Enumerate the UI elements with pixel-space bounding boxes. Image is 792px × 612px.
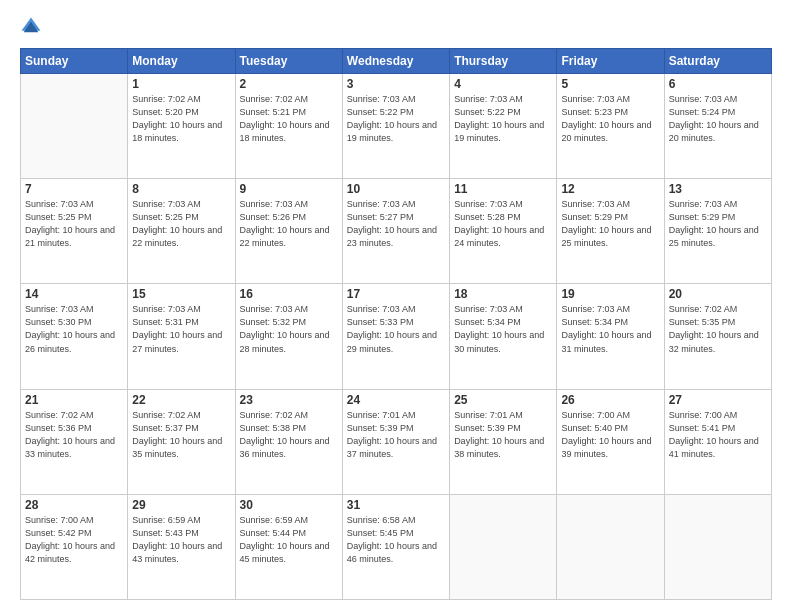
calendar-table: SundayMondayTuesdayWednesdayThursdayFrid… bbox=[20, 48, 772, 600]
weekday-header: Saturday bbox=[664, 49, 771, 74]
day-info: Sunrise: 7:03 AMSunset: 5:32 PMDaylight:… bbox=[240, 303, 338, 355]
calendar-day-cell: 28Sunrise: 7:00 AMSunset: 5:42 PMDayligh… bbox=[21, 494, 128, 599]
calendar-day-cell: 13Sunrise: 7:03 AMSunset: 5:29 PMDayligh… bbox=[664, 179, 771, 284]
day-number: 3 bbox=[347, 77, 445, 91]
day-number: 14 bbox=[25, 287, 123, 301]
calendar-day-cell: 8Sunrise: 7:03 AMSunset: 5:25 PMDaylight… bbox=[128, 179, 235, 284]
calendar-week-row: 14Sunrise: 7:03 AMSunset: 5:30 PMDayligh… bbox=[21, 284, 772, 389]
day-info: Sunrise: 7:03 AMSunset: 5:30 PMDaylight:… bbox=[25, 303, 123, 355]
day-number: 21 bbox=[25, 393, 123, 407]
calendar-day-cell: 23Sunrise: 7:02 AMSunset: 5:38 PMDayligh… bbox=[235, 389, 342, 494]
page: SundayMondayTuesdayWednesdayThursdayFrid… bbox=[0, 0, 792, 612]
day-info: Sunrise: 7:03 AMSunset: 5:25 PMDaylight:… bbox=[25, 198, 123, 250]
calendar-day-cell: 20Sunrise: 7:02 AMSunset: 5:35 PMDayligh… bbox=[664, 284, 771, 389]
calendar-day-cell: 26Sunrise: 7:00 AMSunset: 5:40 PMDayligh… bbox=[557, 389, 664, 494]
calendar-day-cell: 3Sunrise: 7:03 AMSunset: 5:22 PMDaylight… bbox=[342, 74, 449, 179]
day-number: 13 bbox=[669, 182, 767, 196]
day-number: 24 bbox=[347, 393, 445, 407]
calendar-day-cell: 4Sunrise: 7:03 AMSunset: 5:22 PMDaylight… bbox=[450, 74, 557, 179]
day-info: Sunrise: 7:03 AMSunset: 5:28 PMDaylight:… bbox=[454, 198, 552, 250]
day-number: 1 bbox=[132, 77, 230, 91]
day-number: 7 bbox=[25, 182, 123, 196]
day-number: 2 bbox=[240, 77, 338, 91]
weekday-header: Thursday bbox=[450, 49, 557, 74]
day-info: Sunrise: 7:03 AMSunset: 5:31 PMDaylight:… bbox=[132, 303, 230, 355]
calendar-day-cell: 25Sunrise: 7:01 AMSunset: 5:39 PMDayligh… bbox=[450, 389, 557, 494]
day-number: 10 bbox=[347, 182, 445, 196]
day-info: Sunrise: 7:00 AMSunset: 5:41 PMDaylight:… bbox=[669, 409, 767, 461]
day-number: 16 bbox=[240, 287, 338, 301]
calendar-day-cell: 5Sunrise: 7:03 AMSunset: 5:23 PMDaylight… bbox=[557, 74, 664, 179]
day-number: 19 bbox=[561, 287, 659, 301]
calendar-day-cell: 15Sunrise: 7:03 AMSunset: 5:31 PMDayligh… bbox=[128, 284, 235, 389]
day-info: Sunrise: 7:00 AMSunset: 5:42 PMDaylight:… bbox=[25, 514, 123, 566]
day-info: Sunrise: 7:03 AMSunset: 5:27 PMDaylight:… bbox=[347, 198, 445, 250]
day-number: 20 bbox=[669, 287, 767, 301]
day-number: 29 bbox=[132, 498, 230, 512]
calendar-day-cell: 1Sunrise: 7:02 AMSunset: 5:20 PMDaylight… bbox=[128, 74, 235, 179]
day-info: Sunrise: 7:02 AMSunset: 5:35 PMDaylight:… bbox=[669, 303, 767, 355]
calendar-day-cell bbox=[557, 494, 664, 599]
calendar-week-row: 21Sunrise: 7:02 AMSunset: 5:36 PMDayligh… bbox=[21, 389, 772, 494]
calendar-day-cell: 24Sunrise: 7:01 AMSunset: 5:39 PMDayligh… bbox=[342, 389, 449, 494]
day-number: 8 bbox=[132, 182, 230, 196]
calendar-day-cell: 30Sunrise: 6:59 AMSunset: 5:44 PMDayligh… bbox=[235, 494, 342, 599]
calendar-day-cell: 19Sunrise: 7:03 AMSunset: 5:34 PMDayligh… bbox=[557, 284, 664, 389]
day-info: Sunrise: 6:58 AMSunset: 5:45 PMDaylight:… bbox=[347, 514, 445, 566]
day-info: Sunrise: 7:01 AMSunset: 5:39 PMDaylight:… bbox=[347, 409, 445, 461]
day-info: Sunrise: 7:03 AMSunset: 5:22 PMDaylight:… bbox=[347, 93, 445, 145]
day-number: 27 bbox=[669, 393, 767, 407]
day-info: Sunrise: 7:03 AMSunset: 5:23 PMDaylight:… bbox=[561, 93, 659, 145]
calendar-day-cell: 2Sunrise: 7:02 AMSunset: 5:21 PMDaylight… bbox=[235, 74, 342, 179]
calendar-day-cell: 18Sunrise: 7:03 AMSunset: 5:34 PMDayligh… bbox=[450, 284, 557, 389]
day-info: Sunrise: 7:03 AMSunset: 5:34 PMDaylight:… bbox=[561, 303, 659, 355]
day-info: Sunrise: 7:02 AMSunset: 5:20 PMDaylight:… bbox=[132, 93, 230, 145]
day-info: Sunrise: 7:03 AMSunset: 5:29 PMDaylight:… bbox=[561, 198, 659, 250]
day-info: Sunrise: 7:02 AMSunset: 5:21 PMDaylight:… bbox=[240, 93, 338, 145]
calendar-day-cell: 11Sunrise: 7:03 AMSunset: 5:28 PMDayligh… bbox=[450, 179, 557, 284]
calendar-day-cell: 29Sunrise: 6:59 AMSunset: 5:43 PMDayligh… bbox=[128, 494, 235, 599]
header bbox=[20, 16, 772, 38]
day-info: Sunrise: 7:03 AMSunset: 5:29 PMDaylight:… bbox=[669, 198, 767, 250]
day-info: Sunrise: 7:03 AMSunset: 5:26 PMDaylight:… bbox=[240, 198, 338, 250]
calendar-day-cell bbox=[21, 74, 128, 179]
day-info: Sunrise: 7:03 AMSunset: 5:24 PMDaylight:… bbox=[669, 93, 767, 145]
day-info: Sunrise: 7:01 AMSunset: 5:39 PMDaylight:… bbox=[454, 409, 552, 461]
calendar-week-row: 28Sunrise: 7:00 AMSunset: 5:42 PMDayligh… bbox=[21, 494, 772, 599]
day-number: 11 bbox=[454, 182, 552, 196]
calendar-header-row: SundayMondayTuesdayWednesdayThursdayFrid… bbox=[21, 49, 772, 74]
day-number: 12 bbox=[561, 182, 659, 196]
logo-icon bbox=[20, 16, 42, 38]
calendar-day-cell: 17Sunrise: 7:03 AMSunset: 5:33 PMDayligh… bbox=[342, 284, 449, 389]
day-info: Sunrise: 7:03 AMSunset: 5:33 PMDaylight:… bbox=[347, 303, 445, 355]
day-number: 31 bbox=[347, 498, 445, 512]
day-info: Sunrise: 7:02 AMSunset: 5:37 PMDaylight:… bbox=[132, 409, 230, 461]
day-info: Sunrise: 6:59 AMSunset: 5:43 PMDaylight:… bbox=[132, 514, 230, 566]
day-number: 18 bbox=[454, 287, 552, 301]
calendar-day-cell: 21Sunrise: 7:02 AMSunset: 5:36 PMDayligh… bbox=[21, 389, 128, 494]
day-number: 23 bbox=[240, 393, 338, 407]
day-info: Sunrise: 7:03 AMSunset: 5:34 PMDaylight:… bbox=[454, 303, 552, 355]
day-info: Sunrise: 7:00 AMSunset: 5:40 PMDaylight:… bbox=[561, 409, 659, 461]
weekday-header: Wednesday bbox=[342, 49, 449, 74]
day-number: 15 bbox=[132, 287, 230, 301]
logo bbox=[20, 16, 46, 38]
calendar-day-cell: 7Sunrise: 7:03 AMSunset: 5:25 PMDaylight… bbox=[21, 179, 128, 284]
day-number: 28 bbox=[25, 498, 123, 512]
day-info: Sunrise: 7:02 AMSunset: 5:38 PMDaylight:… bbox=[240, 409, 338, 461]
day-number: 5 bbox=[561, 77, 659, 91]
calendar-day-cell: 22Sunrise: 7:02 AMSunset: 5:37 PMDayligh… bbox=[128, 389, 235, 494]
day-info: Sunrise: 7:02 AMSunset: 5:36 PMDaylight:… bbox=[25, 409, 123, 461]
day-number: 9 bbox=[240, 182, 338, 196]
calendar-day-cell: 16Sunrise: 7:03 AMSunset: 5:32 PMDayligh… bbox=[235, 284, 342, 389]
day-info: Sunrise: 7:03 AMSunset: 5:22 PMDaylight:… bbox=[454, 93, 552, 145]
calendar-day-cell: 10Sunrise: 7:03 AMSunset: 5:27 PMDayligh… bbox=[342, 179, 449, 284]
day-info: Sunrise: 6:59 AMSunset: 5:44 PMDaylight:… bbox=[240, 514, 338, 566]
day-info: Sunrise: 7:03 AMSunset: 5:25 PMDaylight:… bbox=[132, 198, 230, 250]
day-number: 26 bbox=[561, 393, 659, 407]
day-number: 4 bbox=[454, 77, 552, 91]
calendar-day-cell: 31Sunrise: 6:58 AMSunset: 5:45 PMDayligh… bbox=[342, 494, 449, 599]
calendar-day-cell: 6Sunrise: 7:03 AMSunset: 5:24 PMDaylight… bbox=[664, 74, 771, 179]
weekday-header: Friday bbox=[557, 49, 664, 74]
weekday-header: Monday bbox=[128, 49, 235, 74]
